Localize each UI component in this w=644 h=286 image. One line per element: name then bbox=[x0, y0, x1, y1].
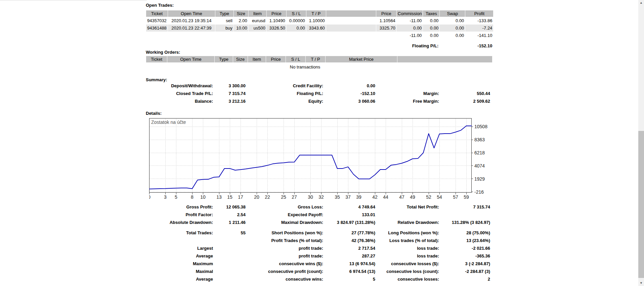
stat-label: Gross Loss: bbox=[246, 203, 323, 211]
stat-label: Expected Payoff: bbox=[246, 211, 323, 219]
open-trades-heading: Open Trades: bbox=[146, 3, 174, 8]
x-axis-tick-label: 44 bbox=[383, 194, 388, 200]
scroll-up-icon[interactable]: ▲ bbox=[638, 0, 644, 6]
summary-grid: Deposit/Withdrawal:3 300.00Credit Facili… bbox=[146, 82, 490, 105]
stat-label: loss trade: bbox=[375, 244, 439, 252]
stat-label: Maximal Drawdown: bbox=[246, 219, 323, 226]
table-row: 943614882020.01.23 22:47:39buy10.00us500… bbox=[146, 25, 493, 32]
stat-value bbox=[439, 211, 490, 219]
stat-value: 28 (75.00%) bbox=[439, 229, 490, 237]
table-cell: 0.00 bbox=[440, 17, 465, 24]
column-header-blank bbox=[326, 10, 376, 17]
balance-chart: 105088363621840741929-216035810131517202… bbox=[149, 118, 504, 205]
stat-value: -365.36 bbox=[439, 252, 490, 260]
stat-label: Profit Trades (% of total): bbox=[246, 237, 323, 244]
table-cell: buy bbox=[215, 25, 233, 32]
stat-value bbox=[439, 82, 490, 90]
stat-label: profit trade: bbox=[246, 244, 323, 252]
column-header-swap: Swap bbox=[440, 10, 465, 17]
x-axis-tick-label: 47 bbox=[399, 194, 404, 200]
column-header-blank bbox=[397, 56, 492, 62]
details-heading: Details: bbox=[146, 111, 162, 116]
stat-value: 7 315.74 bbox=[213, 90, 246, 97]
x-axis-tick-label: 3 bbox=[164, 194, 167, 200]
table-cell: 2020.01.23 19:35:14 bbox=[168, 17, 215, 24]
stat-value: 13 (6 974.54) bbox=[323, 260, 375, 268]
floating-pl-row: Floating P/L:-152.10 bbox=[146, 39, 493, 50]
stat-value: 55 bbox=[213, 229, 246, 237]
x-axis-tick-label: 10 bbox=[200, 194, 206, 200]
table-cell: 0.00 bbox=[423, 17, 439, 24]
stat-value: 12 065.38 bbox=[213, 203, 246, 211]
table-cell: 3325.70 bbox=[376, 25, 396, 32]
stat-value bbox=[213, 244, 246, 252]
x-axis-tick-label: 15 bbox=[227, 194, 232, 200]
stat-label bbox=[375, 211, 439, 219]
stat-value: 5 bbox=[323, 275, 375, 283]
column-header-commission: Commission bbox=[397, 10, 423, 17]
stat-value bbox=[213, 275, 246, 283]
balance-chart-svg: 105088363621840741929-216035810131517202… bbox=[149, 118, 504, 205]
stat-value: 0.00 bbox=[323, 82, 375, 90]
column-header-type: Type bbox=[215, 56, 233, 62]
stat-value: 2 bbox=[439, 275, 490, 283]
x-axis-tick-label: 30 bbox=[308, 194, 313, 200]
stat-value bbox=[213, 260, 246, 268]
column-header-price: Price bbox=[267, 10, 286, 17]
floating-pl-value: -152.10 bbox=[440, 39, 493, 50]
no-transactions-text: No transactions bbox=[146, 64, 464, 70]
table-cell: -133.86 bbox=[465, 17, 493, 24]
y-axis-tick-label: 6218 bbox=[474, 150, 485, 155]
totals-cell: 0.00 bbox=[440, 32, 465, 39]
stat-value: 133.01 bbox=[323, 211, 375, 219]
stat-value: 287.27 bbox=[323, 252, 375, 260]
x-axis-tick-label: 13 bbox=[216, 194, 222, 200]
table-cell: 1.10564 bbox=[376, 17, 396, 24]
report-page: Open Trades: TicketOpen TimeTypeSizeItem… bbox=[0, 0, 644, 286]
stat-label: Equity: bbox=[246, 97, 323, 105]
scrollbar-thumb[interactable] bbox=[638, 131, 644, 278]
x-axis-tick-label: 52 bbox=[426, 194, 431, 200]
working-orders-heading: Working Orders: bbox=[146, 50, 180, 55]
stat-label: Largest bbox=[146, 244, 213, 252]
column-header-type: Type bbox=[215, 10, 233, 17]
totals-cell: -11.00 bbox=[397, 32, 423, 39]
details-stats-grid-bottom: Total Trades:55Short Positions (won %):2… bbox=[146, 229, 490, 283]
table-cell bbox=[326, 25, 376, 32]
table-cell: sell bbox=[215, 17, 233, 24]
stat-label: Balance: bbox=[146, 97, 213, 105]
x-axis-tick-label: 22 bbox=[265, 194, 270, 200]
column-header-ticket: Ticket bbox=[146, 56, 167, 62]
y-axis-tick-label: -216 bbox=[474, 189, 484, 195]
stat-label: Credit Facility: bbox=[246, 82, 323, 90]
vertical-scrollbar[interactable]: ▲ ▼ bbox=[638, 0, 644, 286]
stat-label: Relative Drawdown: bbox=[375, 219, 439, 226]
x-axis-tick-label: 8 bbox=[191, 194, 194, 200]
table-cell: 0.00 bbox=[423, 25, 439, 32]
table-cell: 0.00 bbox=[287, 25, 306, 32]
totals-row: -11.000.000.00-141.10 bbox=[146, 32, 493, 39]
stat-value: 3 (-2 284.87) bbox=[439, 260, 490, 268]
column-header-open-time: Open Time bbox=[168, 10, 215, 17]
stat-value: 3 060.06 bbox=[323, 97, 375, 105]
x-axis-tick-label: 35 bbox=[335, 194, 340, 200]
chart-title: Zostatok na účte bbox=[151, 120, 186, 125]
stat-value: 2.54 bbox=[213, 211, 246, 219]
scroll-down-icon[interactable]: ▼ bbox=[638, 280, 644, 286]
stat-label: Loss trades (% of total): bbox=[375, 237, 439, 244]
x-axis-tick-label: 32 bbox=[318, 194, 324, 200]
table-cell: 0.00000 bbox=[287, 17, 306, 24]
stat-value: -2 021.66 bbox=[439, 244, 490, 252]
table-cell: 1.10000 bbox=[306, 17, 326, 24]
stat-value: 42 (76.36%) bbox=[323, 237, 375, 244]
column-header-ticket: Ticket bbox=[146, 10, 168, 17]
column-header-profit: Profit bbox=[465, 10, 493, 17]
stat-label: Free Margin: bbox=[375, 97, 439, 105]
stat-value: -2 284.87 (3) bbox=[439, 268, 490, 275]
table-cell: 3326.50 bbox=[267, 25, 286, 32]
stat-value: 6 974.54 (13) bbox=[323, 268, 375, 275]
stat-label: profit trade: bbox=[246, 252, 323, 260]
column-header-item: Item bbox=[248, 56, 266, 62]
stat-value bbox=[213, 268, 246, 275]
x-axis-tick-label: 57 bbox=[453, 194, 458, 200]
